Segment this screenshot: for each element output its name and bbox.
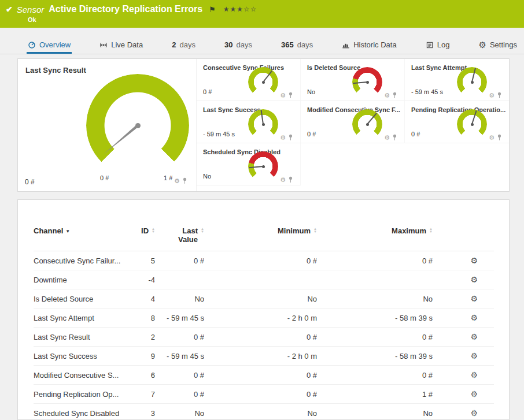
cell-maximum: - 58 m 39 s: [317, 347, 433, 366]
pin-icon[interactable]: [288, 92, 293, 99]
cell-settings: ⚙: [433, 309, 494, 328]
cell-minimum: 0 #: [204, 385, 317, 404]
column-header-minimum[interactable]: Minimum▲▼: [204, 224, 317, 251]
tab-label: Overview: [39, 40, 71, 49]
pin-icon[interactable]: [392, 134, 397, 141]
table-row: Is Deleted Source4NoNoNo⚙: [34, 289, 494, 309]
cell-settings: ⚙: [433, 385, 494, 404]
gauge-settings-icon[interactable]: ⚙: [489, 135, 495, 141]
gauge-value: - 59 m 45 s: [411, 88, 443, 95]
cell-minimum: No: [204, 404, 317, 420]
cell-maximum: [317, 270, 433, 289]
tab-30-days[interactable]: 30days: [223, 38, 253, 54]
status-badge: Ok: [28, 16, 36, 23]
gauge-tile-icons: ⚙: [280, 134, 293, 141]
gauge-dial: [248, 151, 278, 181]
column-header-maximum[interactable]: Maximum▲▼: [317, 224, 433, 251]
cell-id: 7: [129, 385, 155, 404]
gauge-settings-icon[interactable]: ⚙: [280, 92, 286, 99]
cell-minimum: [204, 270, 317, 289]
prtg-sensor-page: { "colors": { "brand_green": "#a9c40b", …: [0, 0, 524, 420]
ok-check-icon: ✔: [6, 5, 13, 13]
gauge-settings-icon[interactable]: ⚙: [384, 92, 390, 99]
column-label: Channel: [34, 226, 63, 235]
tab-number: 2: [172, 40, 176, 49]
gauges-panel: Last Sync Result 0 # 0 # 1 # ⚙ Consecuti…: [17, 58, 510, 192]
gauge-hub: [471, 81, 474, 84]
column-label: ID: [141, 226, 149, 235]
sort-icon: ▲▼: [152, 228, 155, 233]
cell-settings: ⚙: [433, 347, 494, 366]
gauge-tile: Modified Consecutive Sync F...0 #⚙: [301, 101, 405, 143]
gauge-dial: [352, 67, 382, 97]
table-row: Last Sync Success9- 59 m 45 s- 2 h 0 m- …: [34, 347, 494, 366]
gauge-tile: Last Sync Attempt- 59 m 45 s⚙: [405, 59, 509, 101]
gauge-dial: [457, 67, 487, 97]
sensor-header: ✔ Sensor Active Directory Replication Er…: [0, 0, 524, 28]
tab-settings[interactable]: ⚙Settings: [477, 38, 518, 54]
channel-table-head-row: Channel▼ID▲▼Last Value▲▼Minimum▲▼Maximum…: [34, 224, 494, 251]
tab-log[interactable]: Log: [425, 38, 451, 54]
channel-settings-icon[interactable]: ⚙: [470, 314, 478, 322]
pin-icon[interactable]: [182, 177, 187, 184]
channel-settings-icon[interactable]: ⚙: [470, 257, 478, 265]
channel-settings-icon[interactable]: ⚙: [470, 276, 478, 284]
tab-overview[interactable]: Overview: [27, 38, 72, 54]
cell-last_value: - 59 m 45 s: [155, 309, 204, 328]
cell-channel: Scheduled Sync Disabled: [34, 404, 129, 420]
sort-desc-icon: ▼: [65, 229, 70, 234]
cell-last_value: [155, 270, 204, 289]
gauge-dial: [352, 109, 382, 139]
tab-2-days[interactable]: 2days: [171, 38, 197, 54]
cell-channel: Modified Consecutive S...: [34, 366, 129, 385]
gauge-settings-icon[interactable]: ⚙: [280, 135, 286, 141]
cell-minimum: - 2 h 0 m: [204, 309, 317, 328]
channel-settings-icon[interactable]: ⚙: [470, 371, 478, 379]
gauge-settings-icon[interactable]: ⚙: [280, 177, 286, 183]
priority-flag-icon[interactable]: ⚑: [209, 5, 216, 14]
channel-settings-icon[interactable]: ⚙: [470, 333, 478, 341]
gauge-value: 0 #: [203, 88, 212, 95]
channel-settings-icon[interactable]: ⚙: [470, 409, 478, 417]
tab-365-days[interactable]: 365days: [280, 38, 314, 54]
priority-stars[interactable]: ★★★☆☆: [223, 5, 257, 13]
cell-channel: Last Sync Result: [34, 328, 129, 347]
main-gauge-dial: [86, 74, 189, 177]
tab-label: Historic Data: [353, 40, 396, 49]
cell-id: 8: [129, 309, 155, 328]
gauge-tile-icons: ⚙: [384, 134, 397, 141]
column-label: Last Value: [174, 226, 198, 244]
pin-icon[interactable]: [288, 134, 293, 141]
table-row: Last Sync Result20 #0 #0 #⚙: [34, 328, 494, 347]
small-gauges-grid: Consecutive Sync Failures0 #⚙Is Deleted …: [196, 59, 509, 191]
gauge-settings-icon[interactable]: ⚙: [489, 92, 495, 99]
gauge-tile-icons: ⚙: [280, 92, 293, 99]
channel-settings-icon[interactable]: ⚙: [470, 295, 478, 303]
channel-settings-icon[interactable]: ⚙: [470, 390, 478, 398]
page-title: Active Directory Replication Errors: [49, 4, 202, 14]
pin-icon[interactable]: [288, 176, 293, 183]
overview-icon: [28, 41, 36, 49]
tab-bar: OverviewLive Data2days30days365daysHisto…: [0, 38, 524, 54]
pin-icon[interactable]: [392, 92, 397, 99]
pin-icon[interactable]: [497, 134, 502, 141]
cell-id: 5: [129, 251, 155, 270]
channel-settings-icon[interactable]: ⚙: [470, 352, 478, 360]
tab-historic-data[interactable]: Historic Data: [341, 38, 397, 54]
gauge-dial: [248, 67, 278, 97]
cell-maximum: 0 #: [317, 366, 433, 385]
gauge-tile: Scheduled Sync DisabledNo⚙: [197, 143, 301, 185]
tab-label: days: [297, 40, 313, 49]
sort-icon: ▲▼: [201, 228, 204, 233]
gauge-settings-icon[interactable]: ⚙: [174, 178, 180, 184]
column-header-id[interactable]: ID▲▼: [129, 224, 155, 251]
pin-icon[interactable]: [497, 92, 502, 99]
cell-settings: ⚙: [433, 270, 494, 289]
tab-live-data[interactable]: Live Data: [98, 38, 144, 54]
column-label: Minimum: [278, 226, 311, 235]
column-header-channel[interactable]: Channel▼: [34, 224, 129, 251]
table-row: Modified Consecutive S...60 #0 #0 #⚙: [34, 366, 494, 385]
column-header-last_value[interactable]: Last Value▲▼: [155, 224, 204, 251]
cell-last_value: - 59 m 45 s: [155, 347, 204, 366]
gauge-settings-icon[interactable]: ⚙: [384, 135, 390, 141]
